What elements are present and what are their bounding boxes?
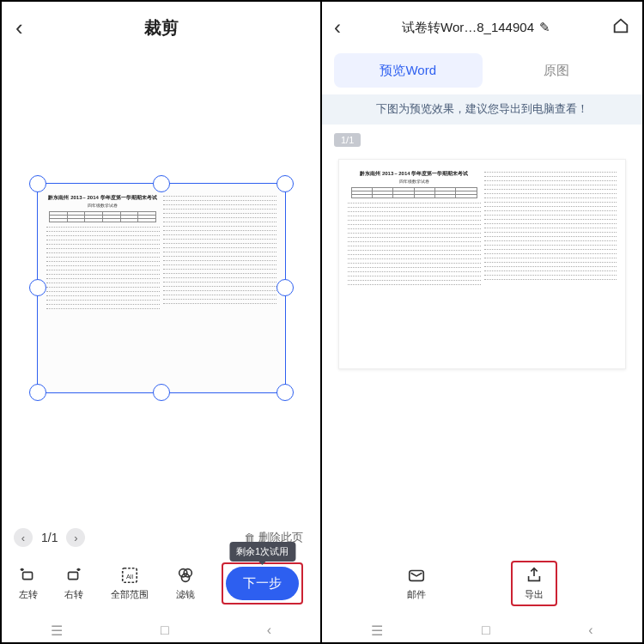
full-range-icon: All [120,566,139,585]
page-badge: 1/1 [334,133,361,147]
document-preview: 黔东南州 2013－2014 学年度第一学期期末考试 四年级数学试卷 [338,159,626,369]
rotate-left-icon [19,566,38,585]
crop-area: 黔东南州 2013－2014 学年度第一学期期末考试 四年级数学试卷 [2,53,320,522]
crop-handle-br[interactable] [276,384,294,401]
right-header: ‹ 试卷转Wor…8_144904 ✎ [322,2,642,53]
preview-screen: ‹ 试卷转Wor…8_144904 ✎ 预览Word 原图 下图为预览效果，建议… [322,2,642,642]
mail-button[interactable]: 邮件 [407,566,426,601]
left-toolbar: 左转 右转 All 全部范围 滤镜 剩余1次试用 下一步 [2,553,320,618]
crop-handle-tr[interactable] [276,175,294,192]
back-nav-icon[interactable]: ‹ [588,623,592,638]
crop-handle-b[interactable] [153,384,170,401]
rotate-left-button[interactable]: 左转 [19,566,38,601]
full-range-label: 全部范围 [111,588,149,601]
svg-rect-0 [22,572,32,579]
crop-handle-tl[interactable] [29,175,46,192]
tab-preview-word[interactable]: 预览Word [334,53,483,88]
crop-box[interactable]: 黔东南州 2013－2014 学年度第一学期期末考试 四年级数学试卷 [37,183,286,393]
rotate-right-button[interactable]: 右转 [64,566,83,601]
home-nav-icon[interactable]: □ [161,623,169,638]
export-button[interactable]: 导出 [525,566,544,601]
back-nav-icon[interactable]: ‹ [267,623,271,638]
system-nav: ☰ □ ‹ [322,618,642,642]
next-button[interactable]: 下一步 [226,567,299,600]
full-range-button[interactable]: All 全部范围 [111,566,149,601]
next-button-highlight: 剩余1次试用 下一步 [222,562,303,605]
rotate-right-label: 右转 [64,588,83,601]
next-page-button[interactable]: › [66,528,85,547]
svg-rect-1 [69,572,78,579]
system-nav: ☰ □ ‹ [2,618,320,642]
mail-icon [407,566,426,585]
trial-tooltip: 剩余1次试用 [229,542,295,562]
svg-point-5 [184,568,191,576]
crop-handle-l[interactable] [29,279,46,296]
crop-handle-t[interactable] [153,175,170,192]
svg-text:All: All [126,572,134,580]
left-header: ‹ 裁剪 [2,2,320,53]
crop-handle-r[interactable] [276,279,294,296]
doc-heading: 黔东南州 2013－2014 学年度第一学期期末考试 [46,194,160,201]
doc-subtitle: 四年级数学试卷 [46,203,160,209]
preview-area: 1/1 黔东南州 2013－2014 学年度第一学期期末考试 四年级数学试卷 [322,125,642,553]
filter-icon [176,566,195,585]
home-nav-icon[interactable]: □ [482,623,490,638]
export-button-highlight: 导出 [511,561,557,606]
rotate-left-label: 左转 [19,588,38,601]
page-indicator: 1/1 [41,531,58,544]
recents-nav-icon[interactable]: ☰ [371,623,383,639]
mail-label: 邮件 [407,588,426,601]
right-toolbar: 邮件 导出 [322,553,642,618]
preview-tabs: 预览Word 原图 [322,53,642,94]
svg-point-6 [181,574,189,581]
filter-button[interactable]: 滤镜 [176,566,195,601]
back-button[interactable]: ‹ [334,15,341,39]
page-title: 裁剪 [144,16,179,39]
rotate-right-icon [64,566,83,585]
document-preview: 黔东南州 2013－2014 学年度第一学期期末考试 四年级数学试卷 [38,184,285,392]
home-icon[interactable] [611,16,630,39]
export-label: 导出 [525,588,544,601]
file-title: 试卷转Wor…8_144904 [402,20,534,36]
crop-screen: ‹ 裁剪 黔东南州 2013－2014 学年度第一学期期末考试 四年级数学试卷 [2,2,322,642]
filter-label: 滤镜 [176,588,195,601]
crop-handle-bl[interactable] [29,384,46,401]
back-button[interactable]: ‹ [15,15,23,41]
tab-original[interactable]: 原图 [483,53,631,88]
prev-page-button[interactable]: ‹ [14,528,33,547]
recents-nav-icon[interactable]: ☰ [51,623,63,639]
export-icon [525,566,544,585]
info-banner: 下图为预览效果，建议您导出到电脑查看！ [322,94,642,125]
edit-title-icon[interactable]: ✎ [539,20,550,35]
